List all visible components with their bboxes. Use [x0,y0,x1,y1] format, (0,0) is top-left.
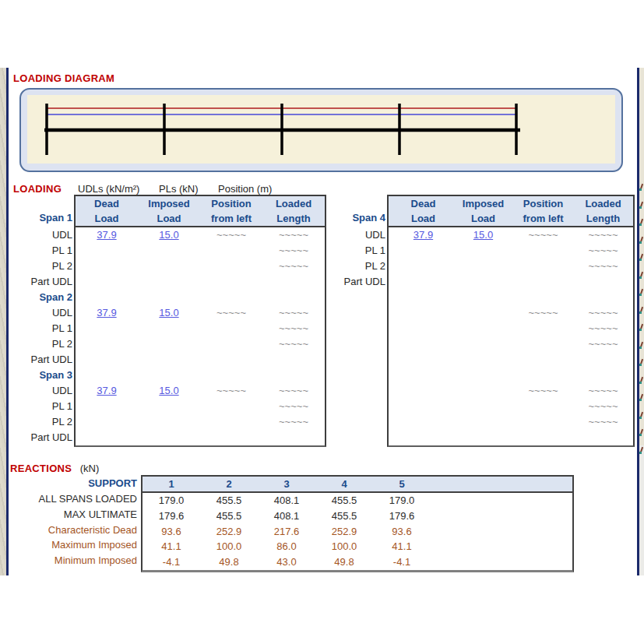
row-marker-icon [639,237,644,245]
row-label: PL 1 [365,243,385,259]
row-marker-icon [639,307,644,315]
span-label: Span 2 [39,290,72,305]
support-number-header: 5 [373,477,431,491]
column-header: ImposedLoad [453,196,513,226]
cell-imposed-load[interactable]: 15.0 [138,227,200,243]
load-table-header: DeadLoadImposedLoadPositionfrom leftLoad… [76,196,325,227]
reaction-value: 252.9 [315,524,373,540]
cell-loaded-length: ~~~~~ [573,336,633,352]
column-header: ImposedLoad [138,196,200,226]
row-label: Part UDL [31,430,72,445]
cell-loaded-length: ~~~~~ [262,383,325,399]
row-label: PL 2 [52,259,72,274]
reaction-row-label: Minimum Imposed [55,553,137,568]
row-marker-dot [639,399,642,401]
row-label: PL 1 [52,399,72,414]
reactions-header: 12345 [143,477,572,493]
cell-loaded-length: ~~~~~ [262,227,325,243]
column-header-line2: Load [453,211,513,226]
beam-diagram [27,95,615,164]
row-marker-dot [639,382,642,384]
reactions-title: REACTIONS [10,463,72,474]
cell-position: ~~~~~ [200,227,262,243]
column-header-line2: Length [573,211,633,226]
reaction-value: 217.6 [258,524,315,540]
reaction-row-label: Characteristic Dead [48,523,137,538]
row-label: PL 2 [52,336,72,352]
cell-loaded-length: ~~~~~ [573,383,633,399]
reaction-value: 408.1 [258,509,315,524]
row-marker-dot [639,223,642,226]
reaction-value: 179.6 [143,509,200,524]
row-marker-icon [639,184,644,192]
cell-imposed-load[interactable]: 15.0 [138,383,200,399]
cell-imposed-load[interactable]: 15.0 [453,227,513,243]
cell-dead-load[interactable]: 37.9 [76,305,138,321]
cell-loaded-length: ~~~~~ [262,321,325,336]
span-label: Span 4 [352,210,385,226]
cell-dead-load[interactable]: 37.9 [76,383,138,399]
column-header: Positionfrom left [200,196,262,226]
row-marker-icon [639,272,644,280]
row-marker-icon [639,429,644,437]
row-marker-dot [639,452,642,454]
cell-loaded-length: ~~~~~ [262,414,325,430]
cell-dead-load[interactable]: 37.9 [76,227,138,243]
row-label: PL 1 [52,321,72,336]
row-marker-icon [639,412,644,420]
column-header-line1: Imposed [453,196,513,211]
column-header-line1: Loaded [262,196,325,211]
column-header-line2: Length [262,211,325,226]
span-loads-table-left: DeadLoadImposedLoadPositionfrom leftLoad… [74,195,326,447]
pl-units-label: PLs (kN) [159,183,199,195]
row-label: Part UDL [31,274,72,290]
reaction-value: 179.6 [373,509,431,524]
row-marker-dot [639,276,642,279]
cell-position: ~~~~~ [513,305,573,321]
beam-diagram-canvas [27,95,615,164]
column-header: Positionfrom left [513,196,573,226]
support-label: SUPPORT [88,476,137,491]
row-label: UDL [365,227,385,243]
row-marker-dot [639,311,642,314]
reaction-value: 179.0 [373,493,431,509]
span-label: Span 1 [39,210,72,226]
reaction-value: -4.1 [143,554,200,570]
reaction-value: -4.1 [373,554,431,570]
reaction-value: 455.5 [200,509,258,524]
cell-dead-load[interactable]: 37.9 [393,227,453,243]
row-label: Part UDL [344,274,385,290]
row-marker-icon [639,219,644,227]
column-header-line2: Load [76,211,138,226]
column-header-line1: Position [513,196,573,211]
reaction-value: 41.1 [143,539,200,554]
reaction-value: 179.0 [143,493,200,509]
column-header-line2: from left [513,211,573,226]
cell-loaded-length: ~~~~~ [573,243,633,259]
reaction-row-label: ALL SPANS LOADED [39,491,137,507]
support-number-header: 1 [143,477,200,491]
cell-loaded-length: ~~~~~ [262,259,325,274]
reaction-value: 100.0 [200,539,258,554]
row-marker-icon [639,377,644,385]
loading-title: LOADING [13,183,62,195]
reaction-value: 455.5 [315,493,373,509]
cell-loaded-length: ~~~~~ [262,399,325,414]
loading-diagram-title: LOADING DIAGRAM [13,72,114,84]
position-units-label: Position (m) [218,183,272,195]
reaction-row-label: Maximum Imposed [51,537,137,553]
column-header-line1: Position [200,196,262,211]
reaction-value: 86.0 [258,539,315,554]
cell-loaded-length: ~~~~~ [262,243,325,259]
reaction-value: 455.5 [200,493,258,509]
row-label: UDL [52,305,72,321]
column-header-line2: Load [393,211,453,226]
cell-imposed-load[interactable]: 15.0 [138,305,200,321]
row-marker-dot [639,329,642,331]
column-header: DeadLoad [393,196,453,226]
span-loads-table-right: DeadLoadImposedLoadPositionfrom leftLoad… [387,195,635,447]
cell-loaded-length: ~~~~~ [573,414,633,430]
column-header: DeadLoad [76,196,138,226]
support-number-header: 3 [258,477,315,491]
row-marker-dot [639,259,642,261]
